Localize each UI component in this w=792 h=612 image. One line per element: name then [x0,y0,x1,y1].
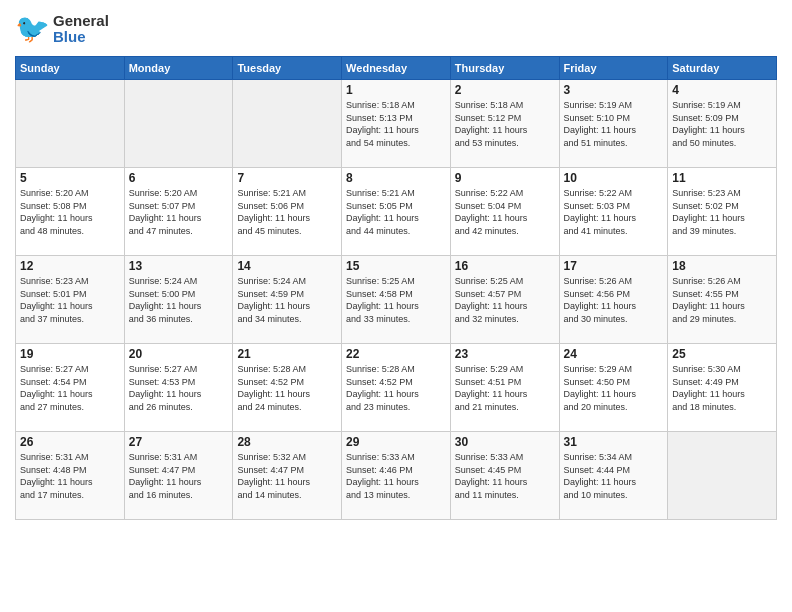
header-day-tuesday: Tuesday [233,57,342,80]
day-info: Sunrise: 5:32 AM Sunset: 4:47 PM Dayligh… [237,451,337,501]
calendar-cell: 21Sunrise: 5:28 AM Sunset: 4:52 PM Dayli… [233,344,342,432]
header-day-saturday: Saturday [668,57,777,80]
calendar-cell: 18Sunrise: 5:26 AM Sunset: 4:55 PM Dayli… [668,256,777,344]
calendar-cell [233,80,342,168]
day-info: Sunrise: 5:23 AM Sunset: 5:01 PM Dayligh… [20,275,120,325]
day-number: 1 [346,83,446,97]
day-info: Sunrise: 5:20 AM Sunset: 5:07 PM Dayligh… [129,187,229,237]
day-number: 19 [20,347,120,361]
logo: 🐦 General Blue [15,10,109,48]
header-day-sunday: Sunday [16,57,125,80]
calendar-cell: 13Sunrise: 5:24 AM Sunset: 5:00 PM Dayli… [124,256,233,344]
calendar-cell: 11Sunrise: 5:23 AM Sunset: 5:02 PM Dayli… [668,168,777,256]
header: 🐦 General Blue [15,10,777,48]
header-day-wednesday: Wednesday [342,57,451,80]
day-number: 20 [129,347,229,361]
calendar-body: 1Sunrise: 5:18 AM Sunset: 5:13 PM Daylig… [16,80,777,520]
calendar-cell: 29Sunrise: 5:33 AM Sunset: 4:46 PM Dayli… [342,432,451,520]
calendar-container: 🐦 General Blue SundayMondayTuesdayWednes… [0,0,792,612]
week-row-2: 5Sunrise: 5:20 AM Sunset: 5:08 PM Daylig… [16,168,777,256]
day-number: 3 [564,83,664,97]
day-number: 22 [346,347,446,361]
day-number: 4 [672,83,772,97]
calendar-cell: 2Sunrise: 5:18 AM Sunset: 5:12 PM Daylig… [450,80,559,168]
week-row-3: 12Sunrise: 5:23 AM Sunset: 5:01 PM Dayli… [16,256,777,344]
calendar-cell: 28Sunrise: 5:32 AM Sunset: 4:47 PM Dayli… [233,432,342,520]
day-number: 30 [455,435,555,449]
header-row: SundayMondayTuesdayWednesdayThursdayFrid… [16,57,777,80]
day-info: Sunrise: 5:30 AM Sunset: 4:49 PM Dayligh… [672,363,772,413]
day-number: 25 [672,347,772,361]
calendar-cell: 10Sunrise: 5:22 AM Sunset: 5:03 PM Dayli… [559,168,668,256]
day-info: Sunrise: 5:18 AM Sunset: 5:12 PM Dayligh… [455,99,555,149]
calendar-cell: 30Sunrise: 5:33 AM Sunset: 4:45 PM Dayli… [450,432,559,520]
calendar-cell: 1Sunrise: 5:18 AM Sunset: 5:13 PM Daylig… [342,80,451,168]
day-info: Sunrise: 5:19 AM Sunset: 5:09 PM Dayligh… [672,99,772,149]
calendar-cell: 26Sunrise: 5:31 AM Sunset: 4:48 PM Dayli… [16,432,125,520]
calendar-cell: 14Sunrise: 5:24 AM Sunset: 4:59 PM Dayli… [233,256,342,344]
day-number: 28 [237,435,337,449]
day-info: Sunrise: 5:24 AM Sunset: 5:00 PM Dayligh… [129,275,229,325]
day-number: 8 [346,171,446,185]
day-number: 16 [455,259,555,273]
day-info: Sunrise: 5:18 AM Sunset: 5:13 PM Dayligh… [346,99,446,149]
day-number: 29 [346,435,446,449]
day-number: 14 [237,259,337,273]
calendar-table: SundayMondayTuesdayWednesdayThursdayFrid… [15,56,777,520]
calendar-cell: 22Sunrise: 5:28 AM Sunset: 4:52 PM Dayli… [342,344,451,432]
day-info: Sunrise: 5:26 AM Sunset: 4:56 PM Dayligh… [564,275,664,325]
calendar-cell: 27Sunrise: 5:31 AM Sunset: 4:47 PM Dayli… [124,432,233,520]
calendar-cell: 17Sunrise: 5:26 AM Sunset: 4:56 PM Dayli… [559,256,668,344]
svg-text:🐦: 🐦 [15,12,50,45]
week-row-4: 19Sunrise: 5:27 AM Sunset: 4:54 PM Dayli… [16,344,777,432]
calendar-header: SundayMondayTuesdayWednesdayThursdayFrid… [16,57,777,80]
calendar-cell: 19Sunrise: 5:27 AM Sunset: 4:54 PM Dayli… [16,344,125,432]
calendar-cell: 15Sunrise: 5:25 AM Sunset: 4:58 PM Dayli… [342,256,451,344]
day-info: Sunrise: 5:29 AM Sunset: 4:50 PM Dayligh… [564,363,664,413]
day-info: Sunrise: 5:25 AM Sunset: 4:57 PM Dayligh… [455,275,555,325]
day-info: Sunrise: 5:26 AM Sunset: 4:55 PM Dayligh… [672,275,772,325]
day-info: Sunrise: 5:22 AM Sunset: 5:03 PM Dayligh… [564,187,664,237]
calendar-cell: 16Sunrise: 5:25 AM Sunset: 4:57 PM Dayli… [450,256,559,344]
day-number: 27 [129,435,229,449]
day-info: Sunrise: 5:27 AM Sunset: 4:53 PM Dayligh… [129,363,229,413]
day-info: Sunrise: 5:31 AM Sunset: 4:47 PM Dayligh… [129,451,229,501]
logo-bird-svg: 🐦 [15,10,53,48]
calendar-cell [668,432,777,520]
calendar-cell: 9Sunrise: 5:22 AM Sunset: 5:04 PM Daylig… [450,168,559,256]
week-row-1: 1Sunrise: 5:18 AM Sunset: 5:13 PM Daylig… [16,80,777,168]
calendar-cell: 31Sunrise: 5:34 AM Sunset: 4:44 PM Dayli… [559,432,668,520]
day-number: 6 [129,171,229,185]
day-number: 5 [20,171,120,185]
day-info: Sunrise: 5:20 AM Sunset: 5:08 PM Dayligh… [20,187,120,237]
day-info: Sunrise: 5:33 AM Sunset: 4:46 PM Dayligh… [346,451,446,501]
day-number: 23 [455,347,555,361]
day-info: Sunrise: 5:29 AM Sunset: 4:51 PM Dayligh… [455,363,555,413]
day-number: 13 [129,259,229,273]
day-info: Sunrise: 5:27 AM Sunset: 4:54 PM Dayligh… [20,363,120,413]
day-number: 26 [20,435,120,449]
calendar-cell: 23Sunrise: 5:29 AM Sunset: 4:51 PM Dayli… [450,344,559,432]
calendar-cell [124,80,233,168]
calendar-cell: 25Sunrise: 5:30 AM Sunset: 4:49 PM Dayli… [668,344,777,432]
day-info: Sunrise: 5:28 AM Sunset: 4:52 PM Dayligh… [346,363,446,413]
calendar-cell: 6Sunrise: 5:20 AM Sunset: 5:07 PM Daylig… [124,168,233,256]
day-number: 18 [672,259,772,273]
calendar-cell: 24Sunrise: 5:29 AM Sunset: 4:50 PM Dayli… [559,344,668,432]
calendar-cell: 5Sunrise: 5:20 AM Sunset: 5:08 PM Daylig… [16,168,125,256]
calendar-cell: 20Sunrise: 5:27 AM Sunset: 4:53 PM Dayli… [124,344,233,432]
day-info: Sunrise: 5:28 AM Sunset: 4:52 PM Dayligh… [237,363,337,413]
calendar-cell: 8Sunrise: 5:21 AM Sunset: 5:05 PM Daylig… [342,168,451,256]
day-info: Sunrise: 5:23 AM Sunset: 5:02 PM Dayligh… [672,187,772,237]
day-info: Sunrise: 5:24 AM Sunset: 4:59 PM Dayligh… [237,275,337,325]
day-number: 21 [237,347,337,361]
calendar-cell: 4Sunrise: 5:19 AM Sunset: 5:09 PM Daylig… [668,80,777,168]
logo-general: General [53,13,109,30]
day-number: 2 [455,83,555,97]
day-number: 9 [455,171,555,185]
day-number: 7 [237,171,337,185]
day-number: 10 [564,171,664,185]
day-number: 17 [564,259,664,273]
day-info: Sunrise: 5:34 AM Sunset: 4:44 PM Dayligh… [564,451,664,501]
week-row-5: 26Sunrise: 5:31 AM Sunset: 4:48 PM Dayli… [16,432,777,520]
